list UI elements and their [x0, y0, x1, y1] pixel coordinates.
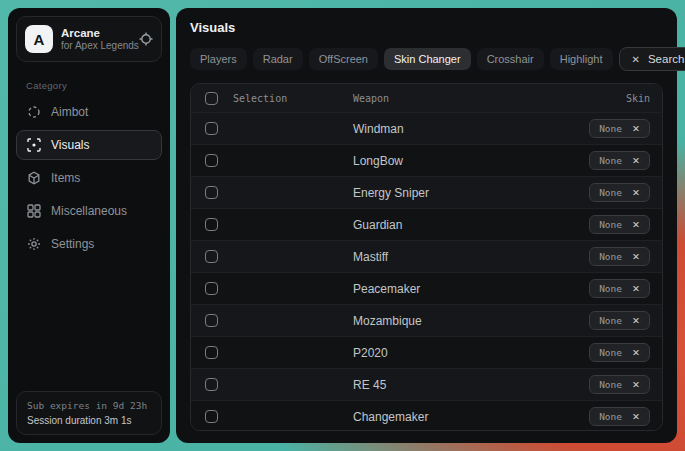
skin-value: None: [599, 347, 622, 358]
miscellaneous-grid-icon: [27, 204, 41, 218]
skin-badge[interactable]: None ✕: [589, 151, 650, 170]
skin-badge[interactable]: None ✕: [589, 311, 650, 330]
skin-badge[interactable]: None ✕: [589, 119, 650, 138]
subscription-info-card: Sub expires in 9d 23h Session duration 3…: [16, 391, 162, 435]
tab-label: OffScreen: [319, 53, 368, 65]
table-row: Peacemaker None ✕: [191, 272, 662, 304]
remove-skin-icon[interactable]: ✕: [632, 347, 640, 358]
row-checkbox[interactable]: [205, 314, 218, 327]
sidebar-item-visuals[interactable]: Visuals: [16, 130, 162, 160]
row-checkbox[interactable]: [205, 186, 218, 199]
tab-row: Players Radar OffScreen Skin Changer Cro…: [190, 47, 663, 71]
row-checkbox[interactable]: [205, 346, 218, 359]
table-row: Changemaker None ✕: [191, 400, 662, 431]
search-button[interactable]: ✕ Search: [619, 47, 685, 71]
page-title: Visuals: [190, 20, 663, 35]
remove-skin-icon[interactable]: ✕: [632, 283, 640, 294]
sidebar-nav: Aimbot Visuals Items: [8, 97, 170, 262]
skin-badge[interactable]: None ✕: [589, 279, 650, 298]
app-logo: A: [25, 25, 53, 53]
sidebar-item-items[interactable]: Items: [16, 163, 162, 193]
table-row: Energy Sniper None ✕: [191, 176, 662, 208]
skin-value: None: [599, 123, 622, 134]
tab[interactable]: Crosshair: [477, 48, 544, 70]
tab-label: Highlight: [560, 53, 603, 65]
tab-label: Radar: [263, 53, 293, 65]
weapon-name: Windman: [353, 122, 589, 136]
skin-badge[interactable]: None ✕: [589, 375, 650, 394]
table-row: Mastiff None ✕: [191, 240, 662, 272]
sidebar-item-settings[interactable]: Settings: [16, 229, 162, 259]
column-header-selection: Selection: [233, 93, 353, 104]
search-button-label: Search: [648, 53, 684, 65]
row-checkbox[interactable]: [205, 154, 218, 167]
row-checkbox[interactable]: [205, 122, 218, 135]
tab-bar: Players Radar OffScreen Skin Changer Cro…: [190, 48, 613, 70]
skin-changer-table: Selection Weapon Skin Windman None ✕ Lon…: [190, 83, 663, 431]
row-checkbox[interactable]: [205, 218, 218, 231]
sub-expires-text: Sub expires in 9d 23h: [27, 400, 151, 411]
remove-skin-icon[interactable]: ✕: [632, 187, 640, 198]
skin-badge[interactable]: None ✕: [589, 183, 650, 202]
table-row: Guardian None ✕: [191, 208, 662, 240]
sidebar-item-miscellaneous[interactable]: Miscellaneous: [16, 196, 162, 226]
remove-skin-icon[interactable]: ✕: [632, 315, 640, 326]
skin-value: None: [599, 155, 622, 166]
tab[interactable]: Skin Changer: [384, 48, 471, 70]
column-header-weapon: Weapon: [353, 93, 626, 104]
row-checkbox[interactable]: [205, 250, 218, 263]
sidebar-item-label: Aimbot: [51, 105, 88, 119]
weapon-name: Peacemaker: [353, 282, 589, 296]
skin-badge[interactable]: None ✕: [589, 407, 650, 426]
sidebar-item-label: Visuals: [51, 138, 89, 152]
weapon-name: Changemaker: [353, 410, 589, 424]
weapon-name: Mastiff: [353, 250, 589, 264]
sidebar-item-label: Miscellaneous: [51, 204, 127, 218]
skin-value: None: [599, 315, 622, 326]
sidebar: A Arcane for Apex Legends Category: [8, 8, 170, 443]
table-header-row: Selection Weapon Skin: [191, 84, 662, 112]
remove-skin-icon[interactable]: ✕: [632, 379, 640, 390]
skin-value: None: [599, 219, 622, 230]
aimbot-target-icon: [27, 105, 41, 119]
sidebar-item-aimbot[interactable]: Aimbot: [16, 97, 162, 127]
remove-skin-icon[interactable]: ✕: [632, 411, 640, 422]
row-checkbox[interactable]: [205, 378, 218, 391]
remove-skin-icon[interactable]: ✕: [632, 219, 640, 230]
weapon-name: Mozambique: [353, 314, 589, 328]
skin-value: None: [599, 379, 622, 390]
table-row: P2020 None ✕: [191, 336, 662, 368]
app-subtitle: for Apex Legends: [61, 40, 131, 53]
tab[interactable]: Radar: [253, 48, 303, 70]
remove-skin-icon[interactable]: ✕: [632, 155, 640, 166]
weapon-name: P2020: [353, 346, 589, 360]
table-row: Mozambique None ✕: [191, 304, 662, 336]
tab[interactable]: OffScreen: [309, 48, 378, 70]
weapon-name: RE 45: [353, 378, 589, 392]
skin-badge[interactable]: None ✕: [589, 247, 650, 266]
items-cube-icon: [27, 171, 41, 185]
remove-skin-icon[interactable]: ✕: [632, 123, 640, 134]
skin-value: None: [599, 283, 622, 294]
select-all-checkbox[interactable]: [205, 92, 218, 105]
skin-badge[interactable]: None ✕: [589, 215, 650, 234]
skin-value: None: [599, 251, 622, 262]
tab[interactable]: Players: [190, 48, 247, 70]
category-label: Category: [26, 80, 152, 91]
table-row: RE 45 None ✕: [191, 368, 662, 400]
tab-label: Skin Changer: [394, 53, 461, 65]
remove-skin-icon[interactable]: ✕: [632, 251, 640, 262]
weapon-name: Guardian: [353, 218, 589, 232]
tab[interactable]: Highlight: [550, 48, 613, 70]
sidebar-item-label: Settings: [51, 237, 94, 251]
crosshair-icon[interactable]: [139, 32, 153, 46]
row-checkbox[interactable]: [205, 282, 218, 295]
skin-badge[interactable]: None ✕: [589, 343, 650, 362]
row-checkbox[interactable]: [205, 410, 218, 423]
weapon-name: LongBow: [353, 154, 589, 168]
table-row: Windman None ✕: [191, 112, 662, 144]
table-body: Windman None ✕ LongBow None ✕ Energy Sni…: [191, 112, 662, 431]
main-panel: Visuals Players Radar OffScreen Skin Cha…: [176, 8, 677, 443]
settings-gear-icon: [27, 237, 41, 251]
app-title: Arcane: [61, 26, 131, 40]
